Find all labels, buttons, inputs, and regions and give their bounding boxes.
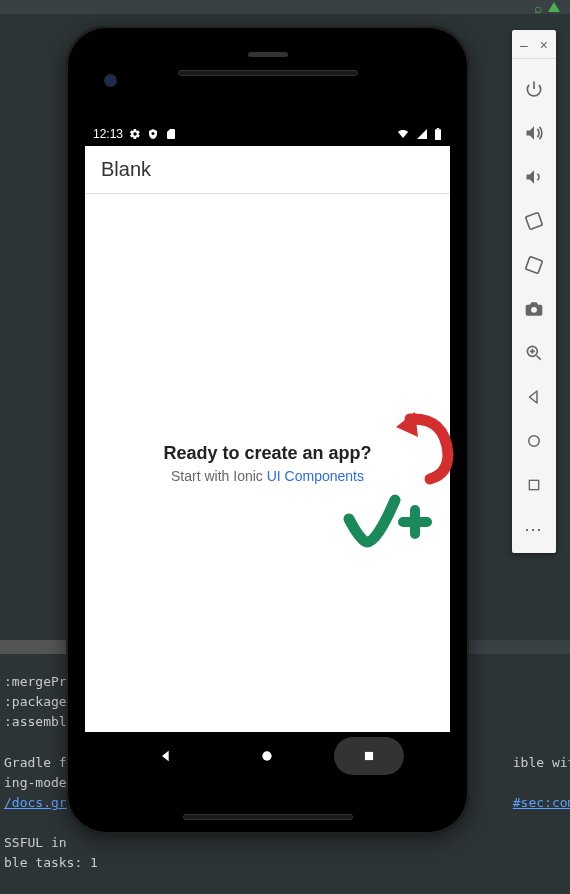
speaker-bottom (183, 814, 353, 820)
speaker-top (178, 70, 358, 76)
page-title: Blank (101, 158, 151, 181)
svg-point-0 (152, 132, 155, 135)
terminal-link[interactable]: /docs.gr (4, 795, 67, 810)
home-icon[interactable] (520, 427, 548, 455)
terminal-line: SSFUL in (4, 835, 67, 850)
svg-rect-5 (525, 212, 542, 229)
android-navbar (85, 732, 450, 780)
app-content: Ready to create an app? Start with Ionic… (85, 194, 450, 732)
ui-components-link[interactable]: UI Components (267, 468, 364, 484)
app-header: Blank (85, 146, 450, 194)
content-subline: Start with Ionic UI Components (171, 468, 364, 484)
volume-down-icon[interactable] (520, 163, 548, 191)
phone-screen: 12:13 Blank Ready to (85, 122, 450, 780)
arrow-annotation-icon (390, 409, 460, 489)
gear-icon (129, 128, 141, 140)
overview-icon[interactable] (520, 471, 548, 499)
phone-frame: 12:13 Blank Ready to (66, 26, 469, 834)
camera-icon[interactable] (520, 295, 548, 323)
shield-icon (147, 128, 159, 140)
close-button[interactable]: × (540, 38, 548, 52)
emulator-toolbar: – × ⋯ (512, 30, 556, 553)
terminal-line: ible with Gr (513, 755, 570, 770)
checkmark-annotation-icon (343, 494, 433, 549)
ide-topbar: ⌕ (0, 0, 570, 14)
power-icon[interactable] (520, 75, 548, 103)
signal-icon (416, 128, 428, 140)
subline-prefix: Start with Ionic (171, 468, 267, 484)
status-time: 12:13 (93, 127, 123, 141)
more-icon[interactable]: ⋯ (520, 515, 548, 543)
svg-point-3 (263, 751, 272, 760)
nav-back-button[interactable] (131, 737, 201, 775)
terminal-line: :assembl (4, 714, 67, 729)
content-headline: Ready to create an app? (163, 443, 371, 464)
svg-point-9 (529, 436, 540, 447)
svg-rect-4 (365, 752, 373, 760)
search-icon[interactable]: ⌕ (534, 0, 542, 16)
terminal-line: :mergePr (4, 674, 67, 689)
minimize-button[interactable]: – (520, 38, 528, 52)
terminal-line: :package (4, 694, 67, 709)
svg-rect-10 (529, 480, 538, 489)
nav-home-button[interactable] (232, 737, 302, 775)
svg-rect-1 (435, 129, 441, 140)
status-bar: 12:13 (85, 122, 450, 146)
nav-overview-button[interactable] (334, 737, 404, 775)
svg-rect-6 (525, 256, 542, 273)
zoom-icon[interactable] (520, 339, 548, 367)
volume-up-icon[interactable] (520, 119, 548, 147)
back-icon[interactable] (520, 383, 548, 411)
wifi-icon (396, 128, 410, 140)
front-camera (104, 74, 117, 87)
battery-icon (434, 128, 442, 140)
svg-rect-2 (437, 128, 439, 129)
rotate-left-icon[interactable] (520, 207, 548, 235)
rotate-right-icon[interactable] (520, 251, 548, 279)
terminal-link[interactable]: #sec:command_ (513, 795, 570, 810)
sim-icon (165, 128, 177, 140)
phone-notch (248, 52, 288, 57)
terminal-line: ing-mode (4, 775, 67, 790)
svg-point-7 (531, 307, 537, 313)
terminal-line: ble tasks: 1 (4, 855, 98, 870)
terminal-line: Gradle f (4, 755, 67, 770)
